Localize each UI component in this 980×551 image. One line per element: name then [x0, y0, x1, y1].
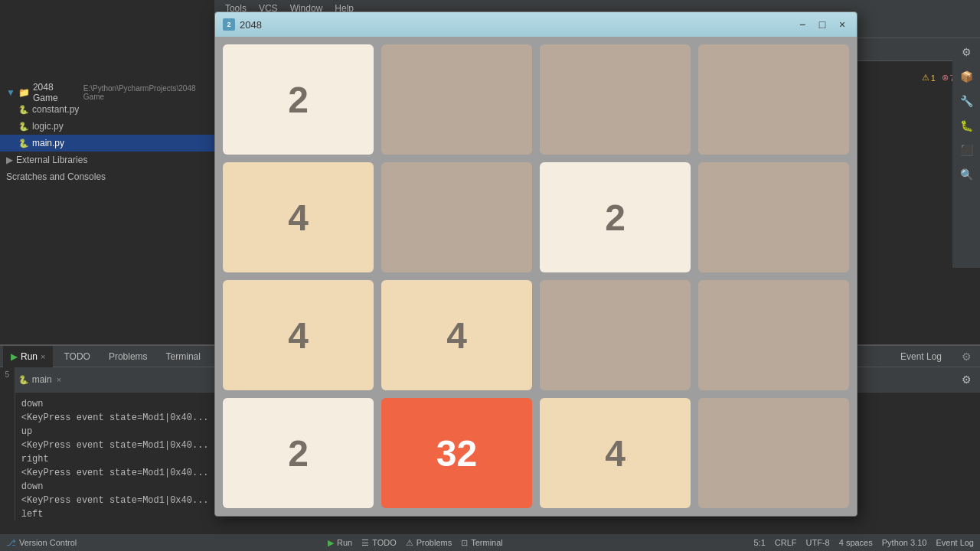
terminal-tab-label: main [32, 374, 52, 385]
todo-status[interactable]: ☰ TODO [361, 538, 397, 548]
tile-0-1 [381, 44, 532, 155]
tile-3-2: 4 [540, 398, 691, 508]
maximize-button[interactable]: □ [814, 16, 831, 33]
window-controls: − □ × [794, 16, 851, 33]
terminal-gutter: 5 [0, 367, 15, 520]
tile-2-0: 4 [223, 280, 374, 390]
right-icon-1[interactable]: ⚙ [956, 41, 977, 63]
terminal-gear-icon[interactable]: ⚙ [956, 369, 977, 390]
tile-2-2 [540, 280, 691, 390]
run-label: Run [337, 538, 352, 547]
minimize-button[interactable]: − [794, 16, 811, 33]
problems-label: Problems [416, 538, 452, 547]
game-window: 2 2048 − □ × 2 4 2 4 4 2 32 4 [214, 11, 858, 517]
branch-label: Version Control [19, 538, 77, 547]
sidebar-item-main[interactable]: 🐍 main.py [0, 135, 214, 152]
tile-3-0: 2 [223, 398, 374, 508]
bottom-tab-event-log[interactable]: Event Log [893, 346, 949, 367]
bottom-tab-problems[interactable]: Problems [101, 346, 155, 367]
bottom-tab-terminal[interactable]: Terminal [158, 346, 208, 367]
python-version: Python 3.10 [882, 538, 927, 547]
right-icon-2[interactable]: 📦 [956, 66, 977, 87]
tile-1-2: 2 [540, 162, 691, 272]
right-icon-search[interactable]: 🔍 [956, 164, 977, 185]
line-col: 5:1 [754, 538, 766, 547]
tile-1-1 [381, 162, 532, 272]
sidebar-item-scratches[interactable]: Scratches and Consoles [0, 168, 214, 185]
right-icon-bug[interactable]: 🐛 [956, 115, 977, 136]
git-icon: ⎇ [6, 538, 16, 548]
tile-0-0: 2 [223, 44, 374, 155]
spaces: 4 spaces [839, 538, 873, 547]
close-run-tab[interactable]: × [41, 352, 45, 361]
right-status: 5:1 CRLF UTF-8 4 spaces Python 3.10 Even… [754, 538, 975, 547]
tile-1-3 [698, 162, 849, 272]
tile-1-0: 4 [223, 162, 374, 272]
sidebar-item-external-libs[interactable]: ▶ External Libraries [0, 152, 214, 168]
todo-label: TODO [372, 538, 397, 547]
run-status[interactable]: ▶ Run [328, 538, 352, 548]
game-title: 2048 [240, 19, 262, 31]
file-tree: ▼ 📁 2048 Game E:\Python\PycharmProjects\… [0, 84, 214, 185]
terminal-status[interactable]: ⊡ Terminal [461, 538, 503, 548]
event-log-status: Event Log [936, 538, 974, 547]
game-board: 2 4 2 4 4 2 32 4 [215, 37, 857, 516]
tile-2-3 [698, 280, 849, 390]
sidebar-item-logic[interactable]: 🐍 logic.py [0, 118, 214, 135]
problems-status[interactable]: ⚠ Problems [406, 538, 452, 548]
warning-count: ⚠ 1 [922, 73, 936, 83]
close-button[interactable]: × [834, 16, 851, 33]
game-icon: 2 [223, 18, 235, 31]
tile-3-1: 32 [381, 398, 532, 508]
right-icon-stop[interactable]: ⬛ [956, 139, 977, 161]
version-control: ⎇ Version Control [6, 538, 77, 548]
bottom-tab-todo[interactable]: TODO [56, 346, 97, 367]
terminal-label: Terminal [471, 538, 503, 547]
sidebar-item-2048game[interactable]: ▼ 📁 2048 Game E:\Python\PycharmProjects\… [0, 84, 214, 101]
right-toolbar: ⚙ 📦 🔧 🐛 ⬛ 🔍 [952, 38, 980, 268]
tile-0-3 [698, 44, 849, 155]
right-icon-3[interactable]: 🔧 [956, 90, 977, 112]
tile-2-1: 4 [381, 280, 532, 390]
encoding: UTF-8 [806, 538, 830, 547]
tile-0-2 [540, 44, 691, 155]
close-terminal-tab[interactable]: × [57, 375, 61, 384]
status-bar: ⎇ Version Control ▶ Run ☰ TODO ⚠ Problem… [0, 534, 980, 551]
game-titlebar: 2 2048 − □ × [215, 12, 857, 37]
bottom-tab-run[interactable]: ▶ Run × [3, 346, 53, 367]
bottom-settings-icon[interactable]: ⚙ [956, 346, 977, 367]
tile-3-3 [698, 398, 849, 508]
sidebar-item-constant[interactable]: 🐍 constant.py [0, 101, 214, 118]
crlf: CRLF [775, 538, 797, 547]
